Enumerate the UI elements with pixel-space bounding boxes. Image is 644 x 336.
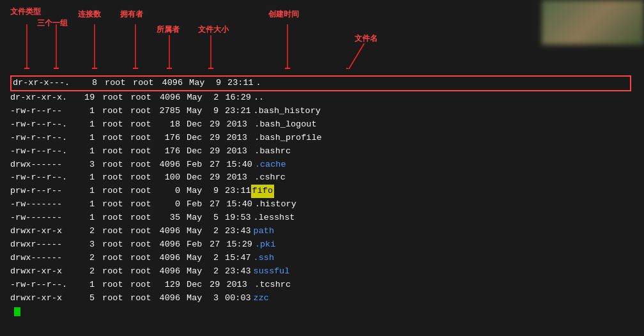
file-name: sussful <box>251 265 290 279</box>
create-time-label: 创建时间 <box>268 9 299 20</box>
table-row: drwx------ 3 root root 4096 Feb 27 15:40… <box>10 158 644 172</box>
file-name: .tcshrc <box>252 279 291 292</box>
file-name: .lesshst <box>251 211 295 225</box>
file-name: .. <box>251 91 264 105</box>
file-name: path <box>251 225 274 238</box>
blurred-image <box>542 0 644 45</box>
file-type-label: 文件类型 <box>10 6 41 17</box>
table-row: prw-r--r-- 1 root root 0 May 9 23:11fifo <box>10 185 644 198</box>
file-name: .pki <box>252 238 275 252</box>
table-row: drwxr-xr-x 2 root root 4096 May 2 23:43p… <box>10 225 644 238</box>
terminal-cursor <box>14 307 20 316</box>
table-row: -rw-r--r-- 1 root root 2785 May 9 23:21.… <box>10 105 644 118</box>
table-row: -rw------- 1 root root 0 Feb 27 15:40.hi… <box>10 198 644 211</box>
file-name: .cache <box>252 158 286 172</box>
owner-label: 拥有者 <box>120 9 143 20</box>
table-row: drwxr-xr-x 5 root root 4096 May 3 00:03z… <box>10 292 644 305</box>
file-name: .history <box>252 198 296 211</box>
file-name: .ssh <box>251 252 274 265</box>
file-name: . <box>254 77 261 90</box>
table-row: dr-xr-x---. 8 root root 4096 May 9 23:11… <box>10 75 631 91</box>
file-name: zzc <box>251 292 269 305</box>
table-row: dr-xr-xr-x. 19 root root 4096 May 2 16:2… <box>10 91 644 105</box>
filename-label: 文件名 <box>355 33 378 44</box>
links-label: 连接数 <box>78 9 101 20</box>
file-name: .bashrc <box>252 145 291 158</box>
file-name: fifo <box>251 185 274 198</box>
file-name: .bash_profile <box>252 132 321 145</box>
file-list: dr-xr-x---. 8 root root 4096 May 9 23:11… <box>10 75 644 305</box>
table-row: -rw-r--r--. 1 root root 129 Dec 29 2013.… <box>10 279 644 292</box>
table-row: -rw-r--r--. 1 root root 100 Dec 29 2013.… <box>10 171 644 185</box>
file-name: .bash_logout <box>252 118 316 132</box>
table-row: -rw-r--r--. 1 root root 176 Dec 29 2013.… <box>10 132 644 145</box>
group-label: 所属者 <box>157 24 180 35</box>
table-row: -rw------- 1 root root 35 May 5 19:53.le… <box>10 211 644 225</box>
file-name: .cshrc <box>252 171 286 185</box>
table-row: -rw-r--r--. 1 root root 176 Dec 29 2013.… <box>10 145 644 158</box>
table-row: drwxr-xr-x 2 root root 4096 May 2 23:43s… <box>10 265 644 279</box>
table-row: drwx------ 2 root root 4096 May 2 15:47.… <box>10 252 644 265</box>
terminal-window: dr-xr-x---. 8 root root 4096 May 9 23:11… <box>0 69 644 323</box>
table-row: drwxr----- 3 root root 4096 Feb 27 15:29… <box>10 238 644 252</box>
size-label: 文件大小 <box>198 24 229 35</box>
three-group-label: 三个一组 <box>37 18 68 29</box>
table-row: -rw-r--r--. 1 root root 18 Dec 29 2013.b… <box>10 118 644 132</box>
file-name: .bash_history <box>251 105 321 118</box>
